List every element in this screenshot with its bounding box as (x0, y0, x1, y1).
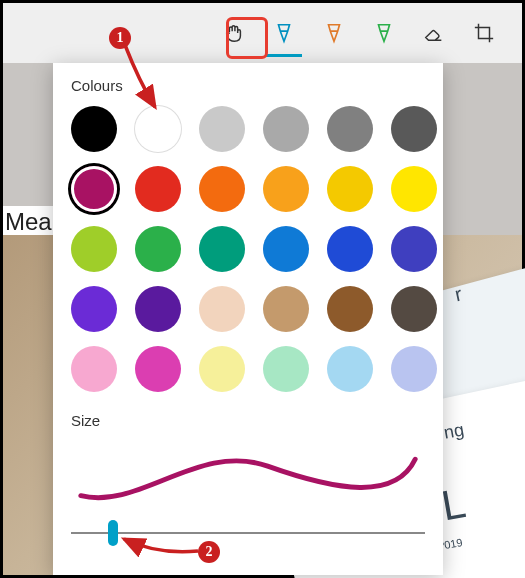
colour-swatch[interactable] (263, 166, 309, 212)
annotation-callout-2: 2 (198, 541, 220, 563)
background-text-fragment: Mea (3, 206, 58, 238)
colour-swatch[interactable] (135, 106, 181, 152)
colour-swatch[interactable] (263, 286, 309, 332)
hand-tool[interactable] (216, 15, 252, 51)
colour-swatch[interactable] (391, 106, 437, 152)
app-frame: Mea r ng EL ?019 Colours Size 1 2 (0, 0, 525, 578)
colour-swatch[interactable] (71, 346, 117, 392)
colour-swatch[interactable] (71, 226, 117, 272)
pencil-tool-icon (323, 22, 345, 44)
colour-swatch[interactable] (71, 166, 117, 212)
slider-thumb[interactable] (108, 520, 118, 546)
crop-tool[interactable] (466, 15, 502, 51)
size-preview (71, 441, 425, 511)
colour-swatch[interactable] (135, 166, 181, 212)
size-label: Size (71, 412, 425, 429)
pen-tool-icon (273, 22, 295, 44)
colour-swatch[interactable] (263, 226, 309, 272)
background-text-fragment: ng (442, 419, 465, 443)
colour-swatch[interactable] (327, 106, 373, 152)
eraser-tool-icon (423, 22, 445, 44)
colour-swatch[interactable] (391, 286, 437, 332)
colour-swatch[interactable] (327, 166, 373, 212)
colour-swatch[interactable] (263, 106, 309, 152)
pen-tool[interactable] (266, 15, 302, 51)
colour-swatch[interactable] (199, 286, 245, 332)
colour-swatch[interactable] (199, 166, 245, 212)
colours-label: Colours (71, 77, 425, 94)
highlighter-tool[interactable] (366, 15, 402, 51)
colour-swatch[interactable] (71, 106, 117, 152)
colour-swatch[interactable] (327, 226, 373, 272)
crop-tool-icon (473, 22, 495, 44)
pen-options-popover: Colours Size (53, 63, 443, 575)
highlighter-tool-icon (373, 22, 395, 44)
colour-swatch[interactable] (71, 286, 117, 332)
colour-swatch[interactable] (327, 286, 373, 332)
colour-swatch[interactable] (135, 286, 181, 332)
slider-track (71, 532, 425, 534)
colour-swatch[interactable] (199, 226, 245, 272)
markup-toolbar (3, 3, 522, 63)
size-slider[interactable] (71, 521, 425, 545)
colour-swatch[interactable] (199, 106, 245, 152)
colour-swatch[interactable] (199, 346, 245, 392)
colour-swatch[interactable] (391, 166, 437, 212)
annotation-callout-1: 1 (109, 27, 131, 49)
colour-swatch[interactable] (135, 346, 181, 392)
colour-swatch[interactable] (327, 346, 373, 392)
hand-tool-icon (223, 22, 245, 44)
colour-swatch[interactable] (391, 346, 437, 392)
colour-swatch[interactable] (391, 226, 437, 272)
colour-swatch[interactable] (135, 226, 181, 272)
stroke-preview-icon (71, 441, 425, 511)
pencil-tool[interactable] (316, 15, 352, 51)
eraser-tool[interactable] (416, 15, 452, 51)
colour-swatch-grid (71, 106, 425, 392)
colour-swatch[interactable] (263, 346, 309, 392)
